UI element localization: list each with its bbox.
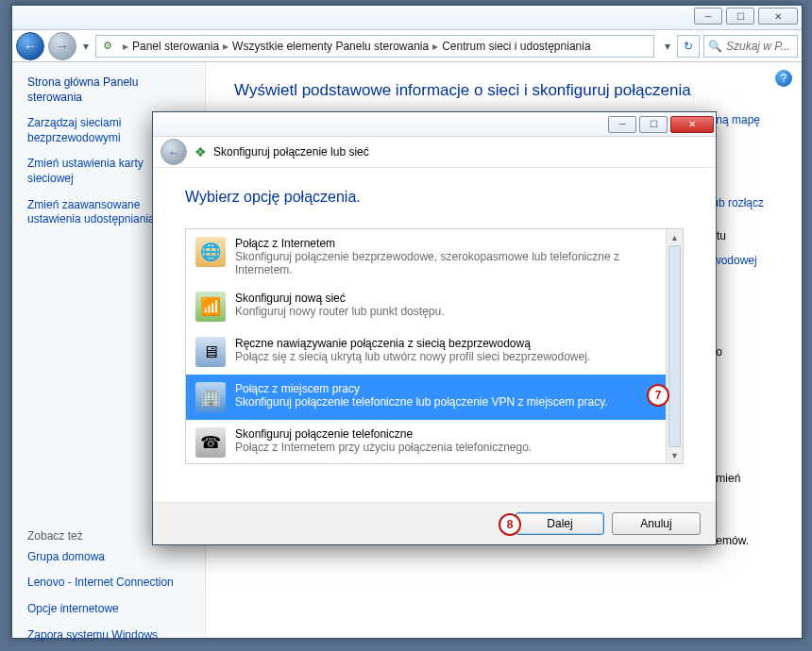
dialog-header: ← ❖ Skonfiguruj połączenie lub sieć	[153, 137, 716, 168]
minimize-button[interactable]: ─	[694, 8, 722, 25]
search-input[interactable]: 🔍 Szukaj w P...	[703, 35, 798, 58]
dialog-back-button[interactable]: ←	[161, 139, 187, 165]
refresh-button[interactable]: ↻	[677, 35, 700, 58]
breadcrumb[interactable]: ⚙ ▸ Panel sterowania ▸ Wszystkie element…	[95, 35, 654, 58]
dialog-close-button[interactable]: ✕	[670, 116, 714, 133]
building-icon: 🏢	[195, 382, 226, 412]
option-desc: Skonfiguruj połączenie bezprzewodowe, sz…	[235, 250, 658, 276]
option-title: Skonfiguruj nową sieć	[235, 292, 444, 305]
option-desc: Połącz się z siecią ukrytą lub utwórz no…	[235, 350, 590, 363]
dialog-title: Skonfiguruj połączenie lub sieć	[213, 145, 369, 159]
dialog-maximize-button[interactable]: ☐	[639, 116, 668, 133]
help-icon[interactable]: ?	[775, 70, 792, 87]
control-panel-icon: ⚙	[100, 39, 115, 54]
option-connect-internet[interactable]: 🌐 Połącz z Internetem Skonfiguruj połącz…	[186, 229, 683, 284]
annotation-badge-8: 8	[499, 513, 521, 536]
close-button[interactable]: ✕	[758, 8, 798, 25]
sidebar-sa-inetopts[interactable]: Opcje internetowe	[27, 602, 190, 617]
option-title: Połącz z miejscem pracy	[235, 382, 608, 395]
nav-forward-button[interactable]: →	[48, 32, 76, 60]
option-dialup[interactable]: ☎ Skonfiguruj połączenie telefoniczne Po…	[186, 420, 683, 464]
globe-arrow-icon: 🌐	[195, 237, 226, 267]
sidebar-sa-firewall[interactable]: Zapora systemu Windows	[27, 628, 190, 643]
main-titlebar: ─ ☐ ✕	[12, 6, 802, 30]
nav-back-button[interactable]: ←	[16, 32, 44, 60]
monitor-wireless-icon: 🖥	[195, 337, 226, 367]
network-wizard-icon: ❖	[193, 144, 208, 159]
option-desc: Skonfiguruj połączenie telefoniczne lub …	[235, 395, 608, 409]
maximize-button[interactable]: ☐	[726, 8, 754, 25]
breadcrumb-seg3[interactable]: Centrum sieci i udostępniania	[442, 40, 590, 53]
breadcrumb-seg1[interactable]: Panel sterowania	[132, 40, 219, 53]
option-title: Ręczne nawiązywanie połączenia z siecią …	[235, 337, 590, 350]
breadcrumb-seg2[interactable]: Wszystkie elementy Panelu sterowania	[232, 40, 429, 53]
option-title: Połącz z Internetem	[235, 237, 658, 250]
sidebar-sa-lenovo[interactable]: Lenovo - Internet Connection	[27, 576, 190, 591]
scroll-down-icon[interactable]: ▼	[667, 447, 683, 463]
dialog-heading: Wybierz opcję połączenia.	[185, 189, 684, 206]
dialog-button-bar: 8 Dalej Anuluj	[153, 502, 716, 544]
search-icon: 🔍	[708, 40, 722, 53]
option-desc: Połącz z Internetem przy użyciu połączen…	[235, 441, 532, 454]
main-toolbar: ← → ▾ ⚙ ▸ Panel sterowania ▸ Wszystkie e…	[12, 30, 802, 62]
sidebar-home-link[interactable]: Strona główna Panelu sterowania	[27, 75, 190, 105]
option-title: Skonfiguruj połączenie telefoniczne	[235, 427, 532, 441]
dialog-titlebar: ─ ☐ ✕	[153, 112, 716, 137]
search-placeholder: Szukaj w P...	[726, 40, 790, 53]
scroll-up-icon[interactable]: ▲	[667, 229, 683, 245]
phone-icon: ☎	[195, 427, 226, 458]
page-title: Wyświetl podstawowe informacje o sieci i…	[234, 81, 773, 100]
breadcrumb-dropdown[interactable]: ▾	[662, 33, 673, 59]
option-connect-workplace[interactable]: 🏢 Połącz z miejscem pracy Skonfiguruj po…	[186, 375, 683, 420]
option-list-scrollbar[interactable]: ▲ ▼	[666, 229, 683, 463]
scroll-thumb[interactable]	[668, 245, 681, 447]
sidebar-sa-homegroup[interactable]: Grupa domowa	[27, 550, 190, 565]
dialog-content: Wybierz opcję połączenia. 🌐 Połącz z Int…	[153, 168, 716, 474]
annotation-badge-7: 7	[647, 384, 669, 407]
router-icon: 📶	[195, 292, 226, 322]
nav-history-dropdown[interactable]: ▾	[80, 33, 92, 59]
option-desc: Konfiguruj nowy router lub punkt dostępu…	[235, 305, 444, 318]
wizard-dialog: ─ ☐ ✕ ← ❖ Skonfiguruj połączenie lub sie…	[152, 111, 717, 545]
option-setup-network[interactable]: 📶 Skonfiguruj nową sieć Konfiguruj nowy …	[186, 284, 683, 329]
option-manual-wireless[interactable]: 🖥 Ręczne nawiązywanie połączenia z sieci…	[186, 329, 683, 375]
cancel-button[interactable]: Anuluj	[612, 512, 701, 535]
dialog-minimize-button[interactable]: ─	[608, 116, 636, 133]
next-button[interactable]: Dalej	[516, 512, 604, 535]
option-list: 🌐 Połącz z Internetem Skonfiguruj połącz…	[185, 228, 684, 464]
